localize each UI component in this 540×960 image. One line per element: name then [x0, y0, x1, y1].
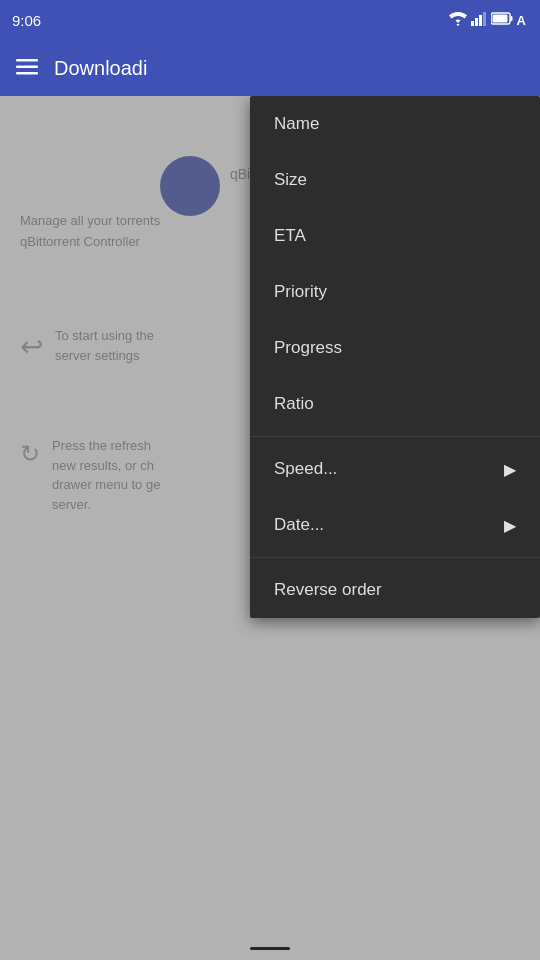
wifi-icon [449, 12, 467, 29]
a-icon: A [517, 13, 526, 28]
menu-item-size[interactable]: Size [250, 152, 540, 208]
status-time: 9:06 [12, 12, 41, 29]
menu-item-ratio[interactable]: Ratio [250, 376, 540, 432]
menu-item-reverse-order[interactable]: Reverse order [250, 562, 540, 618]
svg-rect-7 [16, 59, 38, 62]
hamburger-icon[interactable] [16, 57, 38, 80]
menu-item-priority[interactable]: Priority [250, 264, 540, 320]
menu-divider-1 [250, 436, 540, 437]
speed-arrow-icon: ▶ [504, 460, 516, 479]
battery-icon [491, 12, 513, 28]
app-toolbar: Downloadi [0, 40, 540, 96]
sort-dropdown-menu: Name Size ETA Priority Progress Ratio Sp… [250, 96, 540, 618]
menu-item-eta[interactable]: ETA [250, 208, 540, 264]
main-content: qBittorre Manage all your torrents qBitt… [0, 96, 540, 960]
svg-rect-1 [475, 18, 478, 26]
menu-item-date[interactable]: Date... ▶ [250, 497, 540, 553]
signal-icon [471, 12, 487, 29]
svg-rect-6 [492, 15, 507, 23]
svg-rect-8 [16, 65, 38, 68]
menu-item-name[interactable]: Name [250, 96, 540, 152]
svg-rect-3 [483, 12, 486, 26]
menu-item-progress[interactable]: Progress [250, 320, 540, 376]
svg-rect-9 [16, 72, 38, 75]
svg-rect-2 [479, 15, 482, 26]
date-arrow-icon: ▶ [504, 516, 516, 535]
menu-item-speed[interactable]: Speed... ▶ [250, 441, 540, 497]
status-icons: A [449, 12, 528, 29]
menu-divider-2 [250, 557, 540, 558]
status-bar: 9:06 A [0, 0, 540, 40]
toolbar-title: Downloadi [54, 57, 147, 80]
svg-rect-5 [510, 16, 512, 21]
svg-rect-0 [471, 21, 474, 26]
